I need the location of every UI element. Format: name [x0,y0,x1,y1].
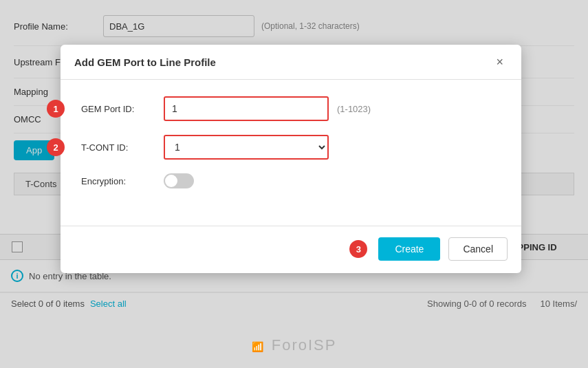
tcont-id-select[interactable]: 1 2 3 4 [164,135,329,160]
gem-port-id-row: 1 GEM Port ID: (1-1023) [81,96,501,121]
modal-title: Add GEM Port to Line Profile [74,56,216,68]
encryption-row: Encryption: [81,173,501,188]
modal-footer: 3 Create Cancel [61,237,521,273]
encryption-label: Encryption: [81,176,164,186]
modal-header: Add GEM Port to Line Profile × [61,45,521,80]
step3-badge: 3 [349,240,367,258]
step2-badge: 2 [47,138,65,156]
tcont-id-row: 2 T-CONT ID: 1 2 3 4 [81,135,501,160]
tcont-id-label: T-CONT ID: [81,142,164,153]
modal-dialog: Add GEM Port to Line Profile × 1 GEM Por… [61,45,521,273]
step1-badge: 1 [47,100,65,118]
modal-body: 1 GEM Port ID: (1-1023) 2 T-CONT ID: 1 2… [61,80,521,219]
gem-port-id-input[interactable] [164,96,329,121]
modal-footer-divider [61,226,521,226]
create-button[interactable]: Create [378,237,440,261]
gem-port-id-label: GEM Port ID: [81,104,164,114]
modal-close-button[interactable]: × [492,54,508,69]
encryption-toggle[interactable] [164,173,194,188]
gem-port-id-hint: (1-1023) [337,104,371,114]
cancel-button[interactable]: Cancel [448,237,508,261]
